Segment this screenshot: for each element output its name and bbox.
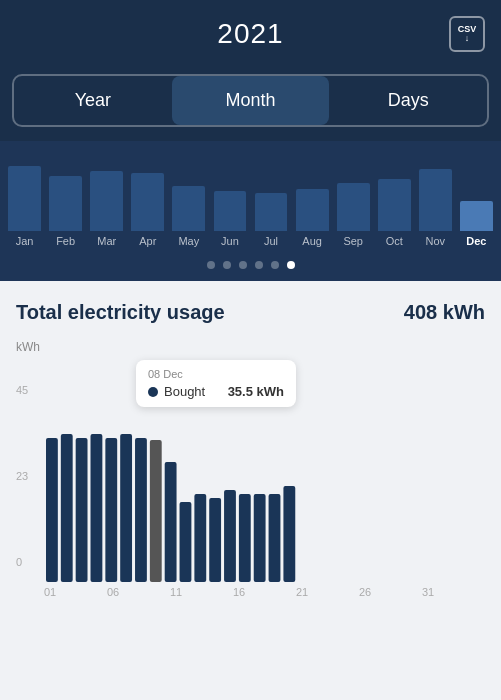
- monthly-bar: [378, 179, 411, 231]
- monthly-bar: [419, 169, 452, 231]
- x-axis-label: 06: [107, 586, 170, 598]
- total-row: Total electricity usage 408 kWh: [16, 301, 485, 324]
- monthly-bar-label: May: [168, 235, 209, 247]
- daily-bar-chart: [44, 384, 501, 584]
- monthly-bar-wrap[interactable]: [168, 186, 209, 231]
- daily-bar[interactable]: [269, 494, 281, 582]
- daily-bar[interactable]: [194, 494, 206, 582]
- csv-download-button[interactable]: CSV ↓: [449, 16, 485, 52]
- monthly-bar: [214, 191, 247, 231]
- daily-bar[interactable]: [180, 502, 192, 582]
- x-axis-label: 26: [359, 586, 422, 598]
- tooltip-date: 08 Dec: [148, 368, 284, 380]
- monthly-bar-wrap[interactable]: [4, 166, 45, 231]
- pagination-dot[interactable]: [271, 261, 279, 269]
- monthly-bar: [49, 176, 82, 231]
- daily-bar[interactable]: [150, 440, 162, 582]
- pagination-dot[interactable]: [207, 261, 215, 269]
- tab-days[interactable]: Days: [329, 76, 487, 125]
- monthly-bar: [8, 166, 41, 231]
- daily-bar[interactable]: [91, 434, 103, 582]
- x-axis-label: 21: [296, 586, 359, 598]
- pagination-dots: [0, 255, 501, 281]
- y-axis-labels: 45230: [16, 384, 28, 568]
- pagination-dot[interactable]: [239, 261, 247, 269]
- tooltip-bought-value: 35.5 kWh: [228, 384, 284, 399]
- daily-bar[interactable]: [209, 498, 221, 582]
- tab-month[interactable]: Month: [172, 76, 330, 125]
- monthly-bar-label: Sep: [333, 235, 374, 247]
- monthly-bar-wrap[interactable]: [374, 179, 415, 231]
- monthly-bar-wrap[interactable]: [456, 201, 497, 231]
- monthly-bar-wrap[interactable]: [250, 193, 291, 231]
- monthly-bars: [0, 151, 501, 231]
- monthly-chart: JanFebMarAprMayJunJulAugSepOctNovDec: [0, 141, 501, 255]
- daily-bar[interactable]: [165, 462, 177, 582]
- tab-group: Year Month Days: [12, 74, 489, 127]
- daily-bar[interactable]: [135, 438, 147, 582]
- total-value: 408 kWh: [404, 301, 485, 324]
- pagination-dot[interactable]: [255, 261, 263, 269]
- x-axis-label: 01: [44, 586, 107, 598]
- monthly-bar-wrap[interactable]: [45, 176, 86, 231]
- pagination-dot[interactable]: [287, 261, 295, 269]
- tabs-container: Year Month Days: [0, 64, 501, 141]
- daily-chart-area: kWh 08 Dec Bought 35.5 kWh 45230 0106111…: [16, 340, 485, 598]
- monthly-bar-label: Apr: [127, 235, 168, 247]
- daily-bar[interactable]: [254, 494, 266, 582]
- monthly-bar: [460, 201, 493, 231]
- pagination-dot[interactable]: [223, 261, 231, 269]
- monthly-bar: [131, 173, 164, 231]
- daily-bar[interactable]: [61, 434, 73, 582]
- y-axis-label: 0: [16, 556, 28, 568]
- monthly-bar-wrap[interactable]: [127, 173, 168, 231]
- year-title: 2021: [217, 18, 283, 49]
- daily-bar[interactable]: [105, 438, 117, 582]
- daily-bar[interactable]: [76, 438, 88, 582]
- monthly-bar-label: Jul: [250, 235, 291, 247]
- tooltip-bought-label: Bought: [164, 384, 205, 399]
- monthly-bar-label: Jan: [4, 235, 45, 247]
- monthly-bar-wrap[interactable]: [292, 189, 333, 231]
- daily-bar[interactable]: [224, 490, 236, 582]
- daily-bar[interactable]: [120, 434, 132, 582]
- total-label: Total electricity usage: [16, 301, 225, 324]
- x-axis-labels: 01061116212631: [44, 586, 485, 598]
- monthly-bar-label: Jun: [209, 235, 250, 247]
- daily-bar[interactable]: [239, 494, 251, 582]
- monthly-bar-wrap[interactable]: [86, 171, 127, 231]
- monthly-bar: [255, 193, 288, 231]
- monthly-bar-label: Feb: [45, 235, 86, 247]
- header: 2021 CSV ↓: [0, 0, 501, 64]
- daily-bar[interactable]: [283, 486, 295, 582]
- x-axis-label: 31: [422, 586, 485, 598]
- monthly-bar-wrap[interactable]: [333, 183, 374, 231]
- monthly-bar-label: Aug: [292, 235, 333, 247]
- monthly-bar-wrap[interactable]: [415, 169, 456, 231]
- monthly-bar: [337, 183, 370, 231]
- tooltip-row: Bought 35.5 kWh: [148, 384, 284, 399]
- x-axis-label: 16: [233, 586, 296, 598]
- monthly-labels: JanFebMarAprMayJunJulAugSepOctNovDec: [0, 231, 501, 255]
- monthly-bar: [296, 189, 329, 231]
- monthly-bar-label: Nov: [415, 235, 456, 247]
- y-axis-label: 23: [16, 470, 28, 482]
- kwh-unit-label: kWh: [16, 340, 485, 354]
- download-icon: ↓: [465, 34, 470, 43]
- monthly-bar: [172, 186, 205, 231]
- y-axis-label: 45: [16, 384, 28, 396]
- main-content: Total electricity usage 408 kWh kWh 08 D…: [0, 281, 501, 608]
- monthly-bar: [90, 171, 123, 231]
- daily-bar[interactable]: [46, 438, 58, 582]
- daily-chart-svg-container: 45230 01061116212631: [16, 384, 485, 598]
- monthly-bar-wrap[interactable]: [209, 191, 250, 231]
- monthly-bar-label: Mar: [86, 235, 127, 247]
- monthly-bar-label: Oct: [374, 235, 415, 247]
- tooltip-dot-icon: [148, 387, 158, 397]
- tooltip: 08 Dec Bought 35.5 kWh: [136, 360, 296, 407]
- x-axis-label: 11: [170, 586, 233, 598]
- tab-year[interactable]: Year: [14, 76, 172, 125]
- monthly-bar-label: Dec: [456, 235, 497, 247]
